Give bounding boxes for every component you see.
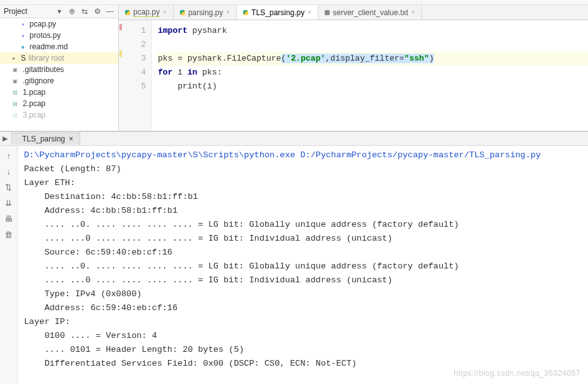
- dropdown-icon[interactable]: ▾: [55, 7, 64, 16]
- line-number: 1: [124, 24, 146, 38]
- console-line: 0100 .... = Version: 4: [24, 329, 582, 343]
- tab-label: TLS_parsing.py: [251, 8, 304, 17]
- editor-tab[interactable]: TLS_parsing.py×: [237, 5, 318, 20]
- run-tab[interactable]: TLS_parsing ×: [11, 133, 80, 145]
- target-icon[interactable]: ⊕: [68, 7, 76, 16]
- tree-item-suffix: library root: [28, 54, 64, 63]
- console-command: D:\PycharmProjects\pycapy-master\S\Scrip…: [24, 148, 582, 162]
- console-line: Destination: 4c:bb:58:b1:ff:b1: [24, 190, 582, 204]
- line-number: 4: [124, 66, 146, 80]
- console-line: Source: 6c:59:40:eb:cf:16: [24, 246, 582, 260]
- scroll-icon[interactable]: ⇊: [5, 198, 12, 208]
- console-line: Address: 4c:bb:58:b1:ff:b1: [24, 204, 582, 218]
- line-gutter: 12345: [124, 20, 152, 131]
- console-line: .... 0101 = Header Length: 20 bytes (5): [24, 343, 582, 357]
- window-titlebar: [0, 0, 588, 5]
- editor-marker-strip: [119, 20, 124, 131]
- tree-item-label: 2.pcap: [23, 99, 45, 108]
- tab-label: parsing.py: [188, 8, 223, 17]
- tree-item[interactable]: 3.pcap: [0, 109, 118, 121]
- wrap-icon[interactable]: ⇅: [5, 183, 12, 192]
- run-tool-label: ▶: [3, 135, 8, 143]
- file-icon: [180, 10, 185, 15]
- close-icon[interactable]: ×: [308, 9, 311, 16]
- tab-label: pcap.py: [133, 8, 160, 17]
- console-line: Type: IPv4 (0x0800): [24, 287, 582, 301]
- console-line: Address: 6c:59:40:eb:cf:16: [24, 301, 582, 315]
- collapse-icon[interactable]: ⇆: [80, 7, 89, 16]
- console-line: .... ...0 .... .... .... .... = IG bit: …: [24, 232, 582, 246]
- line-number: 5: [124, 80, 146, 93]
- console-line: .... ...0 .... .... .... .... = IG bit: …: [24, 273, 582, 287]
- trash-icon[interactable]: 🗑: [4, 230, 13, 239]
- gear-icon[interactable]: ⚙: [93, 7, 102, 16]
- code-kw: import: [158, 26, 188, 35]
- code-text: pyshark: [188, 26, 227, 35]
- line-number: 3: [124, 52, 146, 66]
- tree-item[interactable]: 2.pcap: [0, 98, 118, 109]
- editor-tab[interactable]: parsing.py×: [174, 5, 237, 20]
- code-editor[interactable]: import pyshark pks = pyshark.FileCapture…: [152, 20, 588, 131]
- editor-tab[interactable]: server_client_value.txt×: [318, 5, 422, 20]
- up-icon[interactable]: ↑: [6, 151, 11, 160]
- tree-item-label: .gitattributes: [23, 65, 64, 74]
- tree-item[interactable]: protos.py: [0, 30, 118, 41]
- project-sidebar: Project ▾ ⊕ ⇆ ⚙ — pcap.pyprotos.pyreadme…: [0, 5, 119, 131]
- tree-item-label: 3.pcap: [23, 111, 45, 119]
- file-tree[interactable]: pcap.pyprotos.pyreadme.mdS library root.…: [0, 18, 118, 131]
- close-icon[interactable]: ×: [226, 9, 230, 16]
- editor-area: pcap.py×parsing.py×TLS_parsing.py×server…: [119, 5, 588, 131]
- close-icon[interactable]: ×: [411, 9, 415, 16]
- file-icon: [325, 10, 330, 15]
- watermark: https://blog.csdn.net/qq_35324057: [453, 369, 580, 378]
- tree-item[interactable]: .gitattributes: [0, 64, 118, 75]
- run-toolbar: ↑ ↓ ⇅ ⇊ 🖶 🗑: [0, 146, 18, 384]
- console-line: .... ..0. .... .... .... .... = LG bit: …: [24, 218, 582, 232]
- run-panel: ▶ TLS_parsing × ↑ ↓ ⇅ ⇊ 🖶 🗑 D:\PycharmPr…: [0, 131, 588, 384]
- print-icon[interactable]: 🖶: [4, 214, 13, 224]
- console-line: Layer ETH:: [24, 176, 582, 190]
- tree-item-label: 1.pcap: [23, 88, 45, 97]
- tree-item-label: protos.py: [30, 31, 61, 40]
- code-text: pks = pyshark.FileCapture: [158, 54, 281, 63]
- console-line: Layer IP:: [24, 315, 582, 329]
- tree-item[interactable]: readme.md: [0, 41, 118, 52]
- editor-tab[interactable]: pcap.py×: [119, 5, 174, 20]
- tree-item[interactable]: .gitignore: [0, 75, 118, 87]
- tree-item-label: .gitignore: [23, 76, 54, 85]
- down-icon[interactable]: ↓: [6, 167, 11, 176]
- tree-item-label: readme.md: [30, 42, 68, 51]
- file-icon: [125, 10, 130, 15]
- tree-item[interactable]: S library root: [0, 52, 118, 64]
- close-icon[interactable]: ×: [69, 135, 73, 143]
- tree-item-label: S: [21, 54, 26, 63]
- close-icon[interactable]: ×: [163, 9, 167, 16]
- line-number: 2: [124, 38, 146, 52]
- tree-item[interactable]: 1.pcap: [0, 87, 118, 98]
- hide-icon[interactable]: —: [105, 7, 114, 16]
- file-icon: [243, 10, 248, 15]
- tab-label: server_client_value.txt: [333, 8, 408, 17]
- tree-item-label: pcap.py: [30, 20, 56, 28]
- run-tab-label: TLS_parsing: [22, 135, 65, 143]
- editor-tabs[interactable]: pcap.py×parsing.py×TLS_parsing.py×server…: [119, 5, 588, 20]
- console-line: .... ..0. .... .... .... .... = LG bit: …: [24, 260, 582, 273]
- console-output[interactable]: D:\PycharmProjects\pycapy-master\S\Scrip…: [18, 146, 588, 384]
- console-line: Packet (Length: 87): [24, 162, 582, 176]
- tree-item[interactable]: pcap.py: [0, 18, 118, 30]
- project-label[interactable]: Project: [4, 7, 51, 16]
